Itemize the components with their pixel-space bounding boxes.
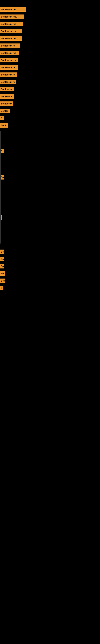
bar-label: Bottleneck — [0, 102, 13, 106]
bar-row: Bottleneck res — [0, 29, 22, 34]
bar-row: Bottler — [0, 109, 10, 113]
bar-label: Bott — [0, 278, 5, 283]
bar-label: Bottleneck res — [0, 58, 18, 62]
bar-label: Bottleneck res — [0, 51, 19, 55]
bar-label: Bo — [0, 257, 4, 261]
bar-label: Bottleneck res — [0, 36, 22, 41]
bar-row: Bott — [0, 278, 5, 283]
bar-label: Bottleneck resu — [0, 14, 24, 19]
bar-row: Bo — [0, 250, 3, 254]
bar-row: Bottleneck — [0, 87, 14, 91]
bar-row: Bottleneck re — [0, 65, 18, 70]
bar-row: Bo — [0, 257, 4, 261]
bar-label: Bo — [0, 250, 3, 254]
bar-row: Bottleneck res — [0, 22, 23, 26]
bar-label: Bottleneck re — [0, 80, 16, 84]
site-title — [0, 0, 100, 2]
bar-label: Bottleneck res — [0, 29, 22, 34]
bar-row: Bottleneck re — [0, 72, 17, 77]
bar-label: Bottl — [0, 123, 8, 128]
bar-label: Bottleneck re — [0, 44, 20, 48]
bar-label: Bottleneck — [0, 87, 14, 91]
bar-row: Bottleneck res — [0, 58, 18, 62]
bar-row: Bottleneck — [0, 102, 13, 106]
bar-label: Bottleneck r — [0, 94, 14, 98]
bar-row: Bottleneck re — [0, 44, 20, 48]
bar-label: B — [0, 286, 3, 290]
bar-row: Bottleneck resu — [0, 14, 24, 19]
bar-label: Bo — [0, 264, 4, 268]
bar-label: Bottler — [0, 109, 10, 113]
bar-row: Bottleneck res — [0, 51, 19, 55]
bar-row: Bott — [0, 271, 5, 276]
bar-row: Bottleneck re — [0, 80, 16, 84]
bar-row: Bottl — [0, 123, 8, 128]
bar-row: Bottleneck r — [0, 94, 14, 98]
bar-row: Bottleneck res — [0, 7, 26, 12]
bar-label: Bottleneck re — [0, 65, 18, 70]
bar-label: B — [0, 116, 3, 120]
bar-row: B — [0, 286, 3, 290]
bar-label: Bottleneck re — [0, 72, 17, 77]
bar-row: Bottleneck res — [0, 36, 22, 41]
bar-label: Bottleneck res — [0, 22, 23, 26]
bar-label: Bottleneck res — [0, 7, 26, 12]
bar-label: Bott — [0, 271, 5, 276]
bar-row: B — [0, 116, 3, 120]
bar-row: Bo — [0, 264, 4, 268]
